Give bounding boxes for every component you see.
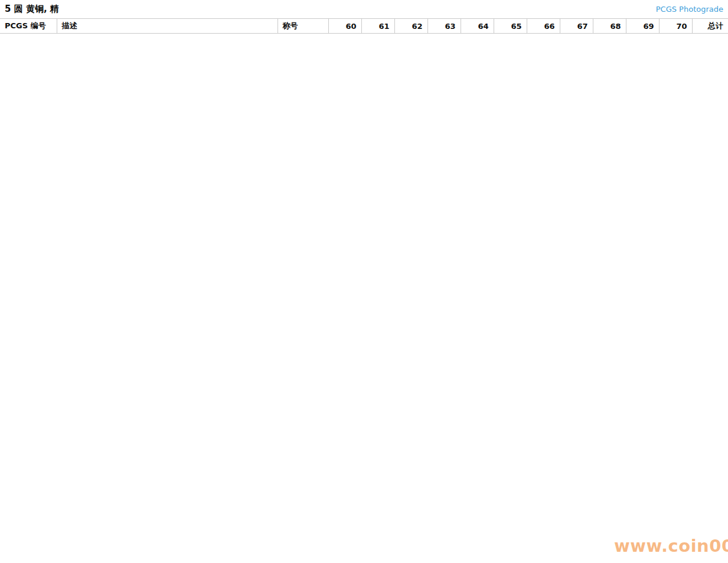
- column-header-grade-68: 68: [593, 19, 626, 34]
- column-header-grade-61: 61: [361, 19, 394, 34]
- column-header-grade-66: 66: [527, 19, 560, 34]
- column-header-grade-69: 69: [626, 19, 659, 34]
- column-header-grade-62: 62: [394, 19, 427, 34]
- title-bar: 5 圆 黄铜, 精 PCGS Photograde: [0, 0, 728, 18]
- table-header-row: PCGS 编号 描述 称号 60 61 62 63 64 65 66 67 68…: [0, 19, 728, 34]
- page-title: 5 圆 黄铜, 精: [5, 4, 59, 15]
- column-header-total: 总计: [692, 19, 728, 34]
- column-header-grade-64: 64: [461, 19, 494, 34]
- watermark: www.coin001.com: [614, 536, 728, 556]
- column-header-grade-60: 60: [328, 19, 361, 34]
- column-header-grade-65: 65: [494, 19, 527, 34]
- column-header-pcgs-number: PCGS 编号: [0, 19, 57, 34]
- pcgs-photograde-link[interactable]: PCGS Photograde: [656, 5, 723, 14]
- population-table: PCGS 编号 描述 称号 60 61 62 63 64 65 66 67 68…: [0, 18, 728, 34]
- column-header-grade-70: 70: [659, 19, 692, 34]
- column-header-grade-67: 67: [560, 19, 593, 34]
- column-header-description: 描述: [57, 19, 278, 34]
- column-header-designation: 称号: [278, 19, 328, 34]
- column-header-grade-63: 63: [427, 19, 461, 34]
